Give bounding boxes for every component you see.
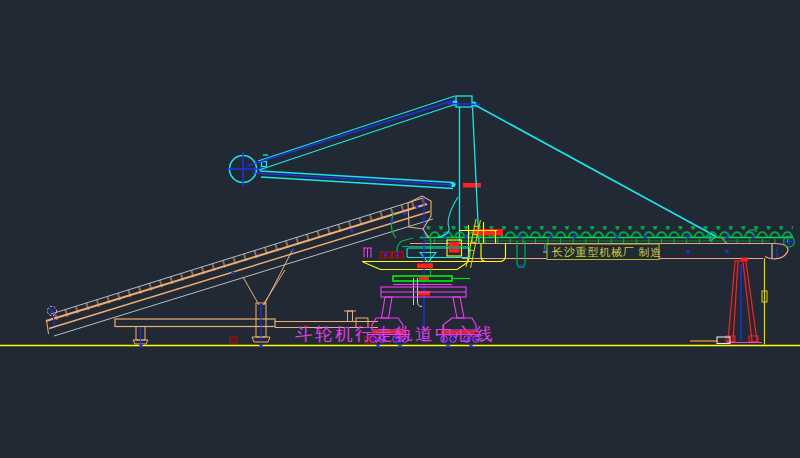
stay-cable — [475, 105, 727, 243]
manufacturer-text: 长沙重型机械厂 制造 — [551, 246, 662, 258]
track-centerline-label: 斗轮机行走轨道中心线 — [295, 324, 495, 344]
counterweight-a-frame — [717, 258, 767, 345]
cad-viewport[interactable]: 长沙重型机械厂 制造 — [0, 0, 800, 458]
cad-drawing: 长沙重型机械厂 制造 — [0, 0, 800, 458]
boom-hoist-marker — [463, 183, 481, 188]
track-centerline-text: 斗轮机行走轨道中心线 — [295, 324, 495, 344]
vent-grille — [363, 248, 372, 258]
manufacturer-plate: 长沙重型机械厂 制造 — [543, 244, 662, 260]
slewing-ring — [393, 276, 470, 281]
bucket-wheel-boom — [247, 96, 456, 189]
